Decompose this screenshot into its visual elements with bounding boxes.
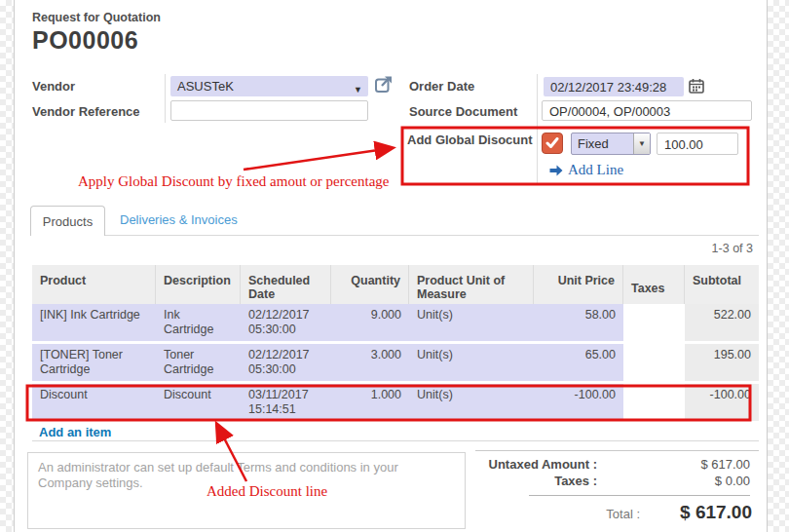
col-quantity[interactable]: Quantity	[331, 265, 409, 304]
global-discount-checkbox[interactable]	[542, 133, 563, 154]
cell-description: Toner Cartridge	[156, 344, 241, 384]
document-type-label: Request for Quotation	[32, 11, 161, 24]
cell-description: Ink Cartridge	[156, 304, 241, 344]
col-subtotal[interactable]: Subtotal	[685, 265, 759, 304]
external-link-icon[interactable]	[374, 75, 393, 97]
form-right-separator	[537, 74, 538, 183]
untaxed-amount-value: $ 617.00	[597, 457, 759, 472]
total-label: Total :	[475, 507, 652, 521]
form-left-separator	[165, 74, 166, 123]
arrow-right-icon	[549, 165, 563, 176]
tab-deliveries-invoices[interactable]: Deliveries & Invoices	[120, 212, 238, 227]
untaxed-amount-label: Untaxed Amount :	[475, 457, 597, 472]
cell-uom: Unit(s)	[409, 304, 534, 344]
discount-type-value: Fixed	[572, 133, 633, 154]
annotation-note-discount-line: Added Discount line	[207, 483, 327, 500]
add-line-label: Add Line	[568, 162, 623, 178]
table-header-row: Product Description Scheduled Date Quant…	[32, 265, 759, 304]
cell-product: [INK] Ink Cartridge	[32, 304, 156, 344]
add-an-item-button[interactable]: Add an item	[39, 425, 111, 439]
order-date-input[interactable]: 02/12/2017 23:49:28	[544, 77, 684, 96]
cell-scheduled-date: 02/12/2017 05:30:00	[241, 304, 331, 344]
col-taxes[interactable]: Taxes	[623, 265, 685, 304]
cell-scheduled-date: 02/12/2017 05:30:00	[241, 344, 331, 384]
col-uom[interactable]: Product Unit of Measure	[409, 265, 534, 304]
col-unit-price[interactable]: Unit Price	[534, 265, 623, 304]
totals-divider	[529, 495, 750, 496]
source-document-label: Source Document	[409, 104, 517, 119]
cell-taxes	[623, 304, 685, 344]
vendor-reference-input[interactable]	[170, 100, 368, 121]
page-edge-right	[767, 0, 789, 532]
global-discount-label: Add Global Disocunt	[407, 133, 533, 147]
add-line-button[interactable]: Add Line	[549, 162, 623, 178]
page-edge-left	[0, 0, 15, 532]
tab-products-label: Products	[43, 214, 93, 229]
check-icon	[545, 137, 559, 149]
totals-block: Untaxed Amount : $ 617.00 Taxes : $ 0.00…	[475, 457, 759, 525]
cell-description: Discount	[156, 384, 241, 424]
cell-taxes	[623, 384, 685, 424]
table-row[interactable]: [INK] Ink Cartridge Ink Cartridge 02/12/…	[32, 304, 759, 344]
cell-quantity: 1.000	[331, 384, 409, 424]
tab-products[interactable]: Products	[30, 206, 105, 236]
tabbar-divider	[30, 235, 759, 236]
cell-scheduled-date: 03/11/2017 15:14:51	[241, 384, 331, 424]
cell-subtotal: 195.00	[685, 344, 759, 384]
cell-uom: Unit(s)	[409, 384, 534, 424]
cell-product: Discount	[32, 384, 156, 424]
chevron-down-icon: ▼	[633, 133, 650, 154]
annotation-arrow-discount	[244, 148, 392, 170]
cell-quantity: 3.000	[331, 344, 409, 384]
cell-unit-price: -100.00	[534, 384, 623, 424]
order-lines-table: Product Description Scheduled Date Quant…	[32, 265, 759, 424]
discount-type-select[interactable]: Fixed ▼	[571, 133, 651, 155]
cell-taxes	[623, 344, 685, 384]
cell-unit-price: 58.00	[534, 304, 623, 344]
chevron-down-icon: ▼	[354, 81, 362, 96]
vendor-label: Vendor	[32, 79, 75, 94]
col-scheduled-date[interactable]: Scheduled Date	[241, 265, 331, 304]
vendor-select[interactable]: ASUSTeK ▼	[170, 76, 368, 96]
cell-product: [TONER] Toner Cartridge	[32, 344, 156, 384]
calendar-icon[interactable]	[689, 78, 704, 97]
list-bottom-divider	[32, 440, 759, 441]
vendor-value: ASUSTeK	[177, 79, 234, 94]
discount-amount-input[interactable]	[657, 133, 738, 155]
annotation-note-global-discount: Apply Global Discount by fixed amout or …	[78, 173, 390, 190]
cell-subtotal: 522.00	[685, 304, 759, 344]
table-row[interactable]: [TONER] Toner Cartridge Toner Cartridge …	[32, 344, 759, 384]
cell-subtotal: -100.00	[685, 384, 759, 424]
order-date-label: Order Date	[409, 79, 474, 94]
total-value: $ 617.00	[652, 502, 759, 523]
cell-quantity: 9.000	[331, 304, 409, 344]
taxes-value: $ 0.00	[597, 474, 759, 488]
col-description[interactable]: Description	[156, 265, 241, 304]
table-row-discount[interactable]: Discount Discount 03/11/2017 15:14:51 1.…	[32, 384, 759, 424]
cell-uom: Unit(s)	[409, 344, 534, 384]
cell-unit-price: 65.00	[534, 344, 623, 384]
vendor-reference-label: Vendor Reference	[32, 104, 140, 119]
taxes-label: Taxes :	[475, 474, 597, 488]
col-product[interactable]: Product	[32, 265, 156, 304]
totals-top-divider	[475, 450, 759, 451]
page-title: PO00006	[32, 26, 138, 55]
pager: 1-3 of 3	[604, 242, 753, 255]
source-document-input[interactable]	[542, 100, 752, 121]
